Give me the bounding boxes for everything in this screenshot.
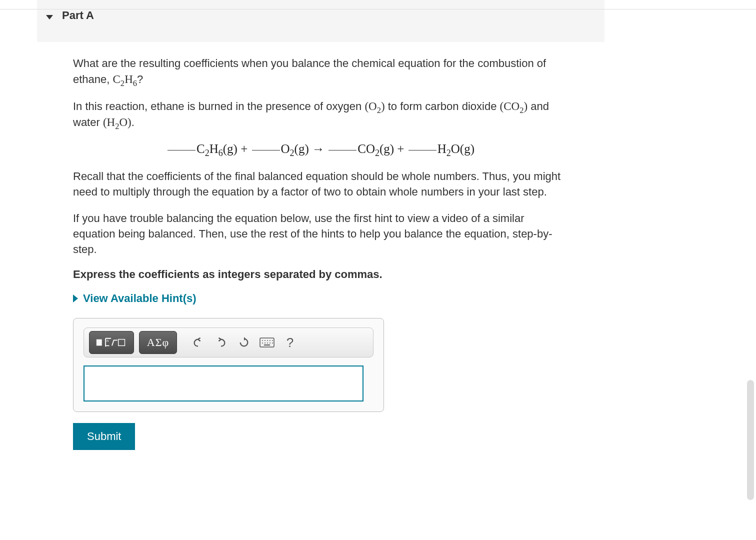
equation-toolbar: n ΑΣφ [84, 328, 374, 358]
view-hints-toggle[interactable]: View Available Hint(s) [73, 292, 568, 305]
reset-icon [238, 337, 250, 348]
question-paragraph-2: In this reaction, ethane is burned in th… [73, 98, 568, 130]
chemical-equation: C2H6(g) + O2(g) → CO2(g) + H2O(g) [73, 142, 568, 156]
redo-icon [216, 337, 226, 348]
svg-point-4 [262, 340, 263, 341]
co2-formula: (CO2) [500, 100, 528, 112]
p2-prefix: In this reaction, ethane is burned in th… [73, 100, 364, 112]
undo-button[interactable] [189, 334, 207, 352]
svg-point-5 [264, 340, 266, 341]
h2o-formula: (H2O) [103, 116, 132, 128]
answer-input[interactable] [84, 366, 364, 402]
scrollbar-thumb[interactable] [747, 380, 754, 500]
caret-down-icon [46, 15, 53, 20]
svg-point-11 [267, 342, 268, 344]
hints-label: View Available Hint(s) [83, 292, 196, 305]
svg-point-9 [262, 342, 263, 344]
keyboard-button[interactable] [258, 334, 276, 352]
keyboard-icon [260, 338, 274, 348]
caret-right-icon [73, 294, 78, 302]
eq-plus-2: + [394, 142, 408, 156]
eq-co2: CO2(g) [358, 142, 394, 156]
svg-rect-0 [96, 340, 102, 346]
part-header[interactable]: Part A [37, 0, 604, 42]
svg-rect-3 [260, 338, 274, 347]
blank-4 [408, 150, 436, 150]
svg-point-13 [272, 342, 273, 344]
question-content: What are the resulting coefficients when… [37, 42, 568, 450]
eq-ethane: C2H6(g) [196, 142, 238, 156]
answer-instruction: Express the coefficients as integers sep… [73, 268, 568, 281]
question-paragraph-1: What are the resulting coefficients when… [73, 56, 568, 88]
svg-point-10 [264, 342, 266, 344]
eq-o2: O2(g) [281, 142, 309, 156]
eq-h2o: H2O(g) [438, 142, 474, 156]
svg-rect-14 [264, 344, 270, 346]
answer-box: n ΑΣφ [73, 318, 384, 412]
blank-2 [252, 150, 280, 150]
p2-end: . [132, 116, 134, 128]
blank-1 [168, 150, 196, 150]
reset-button[interactable] [235, 334, 253, 352]
eq-plus-1: + [238, 142, 251, 156]
p2-mid: to form carbon dioxide [385, 100, 500, 112]
svg-point-7 [270, 340, 270, 341]
svg-point-12 [270, 342, 270, 344]
submit-button[interactable]: Submit [73, 423, 135, 450]
eq-arrow: → [309, 142, 328, 156]
help-button[interactable]: ? [281, 334, 299, 352]
part-title: Part A [62, 9, 94, 22]
p1-suffix: ? [137, 73, 143, 86]
question-paragraph-3: Recall that the coefficients of the fina… [73, 169, 568, 200]
p1-prefix: What are the resulting coefficients when… [73, 57, 546, 86]
ethane-formula: C2H6 [113, 73, 138, 86]
redo-button[interactable] [212, 334, 230, 352]
o2-formula: (O2) [364, 100, 384, 112]
greek-symbols-button[interactable]: ΑΣφ [139, 331, 177, 354]
blank-3 [328, 150, 356, 150]
svg-point-6 [267, 340, 268, 341]
question-paragraph-4: If you have trouble balancing the equati… [73, 211, 568, 257]
templates-icon: n [96, 335, 128, 350]
top-divider [0, 9, 756, 10]
undo-icon [192, 337, 204, 348]
svg-point-8 [272, 340, 273, 341]
svg-rect-2 [118, 340, 125, 346]
svg-text:n: n [106, 338, 108, 343]
question-container: Part A What are the resulting coefficien… [37, 0, 604, 450]
math-templates-button[interactable]: n [89, 331, 134, 354]
